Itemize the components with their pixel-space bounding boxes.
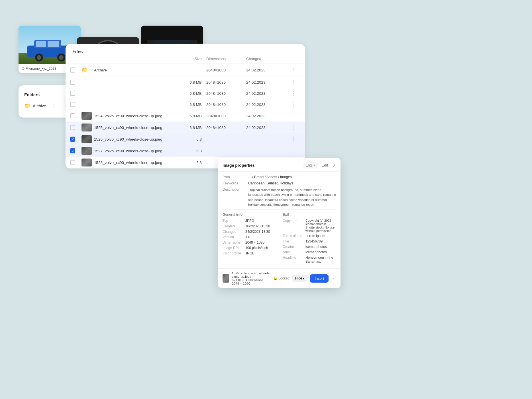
- dims-1524: 2048×1080: [206, 114, 246, 118]
- card-filename-1: Filename_xyz_2023: [26, 67, 56, 71]
- size-unnamed-2: 6,8 MB: [172, 91, 206, 96]
- props-body: Path ... / Brand / Assets / Images Keywo…: [218, 172, 341, 268]
- props-actions: Engl ▾ Edit ⤢: [303, 162, 336, 168]
- row-menu-1527[interactable]: ⋮: [286, 147, 300, 155]
- dims-unnamed-1: 2048×1080: [206, 80, 246, 85]
- panel-header: Files: [66, 44, 305, 54]
- name-1527: 1527_volvo_xc90_wheels-close-up.jpeg: [94, 149, 172, 153]
- checkbox-1527[interactable]: [70, 148, 75, 153]
- field-created-label: Created: [223, 224, 245, 228]
- props-footer: 1525_volvo_xc90_wheels-close-up.jpeg 621…: [218, 268, 341, 288]
- language-selector[interactable]: Engl ▾: [303, 162, 317, 168]
- size-1524: 6,8 MB: [172, 114, 206, 118]
- insert-button[interactable]: Insert: [310, 274, 329, 283]
- field-dpi-label: Image DPI: [223, 246, 245, 250]
- field-color-value: sRGB: [245, 251, 254, 255]
- table-row-archive[interactable]: 📁 Archive 2048×1080 24.02.2023 ⋮: [66, 63, 305, 77]
- hide-label: Hide: [295, 276, 302, 280]
- field-title: Title 123456789: [283, 239, 336, 243]
- field-color-label: Color profile: [223, 251, 245, 255]
- field-color-profile: Color profile sRGB: [223, 251, 276, 255]
- row-menu-1525[interactable]: ⋮: [286, 124, 300, 131]
- footer-more-button[interactable]: ⋮: [331, 276, 336, 281]
- checkbox-unnamed-1[interactable]: [70, 80, 75, 85]
- lock-icon-glyph: 🔒: [273, 276, 278, 280]
- svg-point-7: [37, 55, 41, 60]
- folder-icon-archive-row: 📁: [81, 67, 94, 73]
- folder-icon-archive: 📁: [24, 103, 30, 109]
- row-menu-unnamed-2[interactable]: ⋮: [286, 90, 300, 97]
- row-menu-1526[interactable]: ⋮: [286, 135, 300, 143]
- folder-archive-menu-button[interactable]: ⋮: [50, 102, 57, 110]
- table-row-1524[interactable]: 1524_volvo_xc90_wheels-close-up.jpeg 6,8…: [66, 110, 305, 122]
- edit-button[interactable]: Edit: [319, 162, 330, 168]
- footer-dims-label: Dimensions: [246, 278, 263, 282]
- folder-item-archive[interactable]: 📁 Archive: [24, 103, 46, 109]
- footer-filename: 1525_volvo_xc90_wheels-close-up.jpeg: [232, 272, 271, 278]
- image-properties-panel: Image properties Engl ▾ Edit ⤢ Path ... …: [218, 158, 341, 288]
- general-info-col: General info Typ JPEG Created 10/2/2023 …: [223, 213, 276, 265]
- checkbox-unnamed-3[interactable]: [70, 102, 75, 107]
- table-row-1525[interactable]: 1525_volvo_xc90_wheels-close-up.jpeg 6,8…: [66, 122, 305, 133]
- panel-title: Files: [72, 49, 83, 54]
- row-dims-archive: 2048×1080: [206, 68, 246, 72]
- checkbox-unnamed-2[interactable]: [70, 91, 75, 96]
- hide-button[interactable]: Hide ▾: [292, 275, 307, 282]
- checkbox-1524[interactable]: [70, 113, 75, 118]
- field-creator-label: Creator: [283, 245, 305, 249]
- row-menu-unnamed-1[interactable]: ⋮: [286, 79, 300, 86]
- props-section: General info Typ JPEG Created 10/2/2023 …: [223, 209, 336, 265]
- dims-unnamed-3: 2048×1080: [206, 102, 246, 107]
- checkbox-1526[interactable]: [70, 137, 75, 142]
- props-description-value: Tropical sunset beach background, summer…: [248, 188, 336, 207]
- table-row-unnamed-2[interactable]: 6,8 MB 2048×1080 24.02.2023 ⋮: [66, 88, 305, 99]
- svg-point-9: [59, 55, 64, 60]
- table-row-unnamed-1[interactable]: 6,8 MB 2048×1080 24.02.2023 ⋮: [66, 77, 305, 88]
- table-row-1526[interactable]: 1526_volvo_xc90_wheels-close-up.jpeg 6,8…: [66, 133, 305, 145]
- lang-value: Engl: [306, 163, 313, 167]
- props-keywords-value: Caribbean, Sunset, Holidays: [248, 181, 336, 185]
- changed-unnamed-3: 24.02.2023: [246, 102, 286, 107]
- field-artist-value: icemanphotos: [305, 250, 327, 254]
- field-changed-label: Changed: [223, 230, 245, 234]
- changed-1525: 24.02.2023: [246, 126, 286, 130]
- field-creator: Creator icemanphotos: [283, 245, 336, 249]
- changed-unnamed-1: 24.02.2023: [246, 80, 286, 85]
- main-file-browser: Files Size Dimensions Changed 📁 Archive …: [66, 44, 305, 168]
- field-title-label: Title: [283, 239, 305, 243]
- props-keywords-row: Keywords Caribbean, Sunset, Holidays: [223, 181, 336, 185]
- checkbox-1528[interactable]: [70, 160, 75, 165]
- dims-1525: 2048×1080: [206, 126, 246, 130]
- footer-thumbnail: [223, 274, 229, 283]
- size-1525: 6,8 MB: [172, 126, 206, 130]
- expand-button[interactable]: ⤢: [333, 163, 336, 168]
- props-path-row: Path ... / Brand / Assets / Images: [223, 175, 336, 179]
- size-unnamed-3: 6,8 MB: [172, 102, 206, 107]
- checkbox-archive[interactable]: [70, 67, 75, 73]
- size-1526: 6,8: [172, 137, 206, 141]
- row-changed-archive: 24.02.2023: [246, 68, 286, 72]
- svg-rect-5: [48, 41, 59, 47]
- props-description-label: Description: [223, 188, 248, 207]
- folder-name-archive: Archive: [94, 68, 172, 72]
- field-changed: Changed 24/2/2023 18:30: [223, 230, 276, 234]
- field-version: Version 1.0: [223, 235, 276, 239]
- checkbox-1525[interactable]: [70, 125, 75, 130]
- field-dimensions-label: Dimensions:: [223, 240, 245, 244]
- folder-label-archive: Archive: [33, 104, 46, 108]
- row-menu-1524[interactable]: ⋮: [286, 112, 300, 120]
- row-menu-unnamed-3[interactable]: ⋮: [286, 101, 300, 108]
- props-description-row: Description Tropical sunset beach backgr…: [223, 188, 336, 207]
- field-headline-value: Honeymoon in the Bahamas.: [305, 256, 336, 264]
- field-typ: Typ JPEG: [223, 219, 276, 223]
- field-version-value: 1.0: [245, 235, 250, 239]
- name-1525: 1525_volvo_xc90_wheels-close-up.jpeg: [94, 126, 172, 130]
- props-keywords-label: Keywords: [223, 181, 248, 185]
- row-menu-archive[interactable]: ⋮: [286, 66, 300, 74]
- props-path-label: Path: [223, 175, 248, 179]
- table-row-unnamed-3[interactable]: 6,8 MB 2048×1080 24.02.2023 ⋮: [66, 99, 305, 110]
- thumb-1524: [81, 112, 92, 120]
- footer-filesize: 621 KB: [232, 278, 243, 282]
- table-row-1527[interactable]: 1527_volvo_xc90_wheels-close-up.jpeg 6,8…: [66, 145, 305, 157]
- field-dpi-value: 100 pixels/inch: [245, 246, 268, 250]
